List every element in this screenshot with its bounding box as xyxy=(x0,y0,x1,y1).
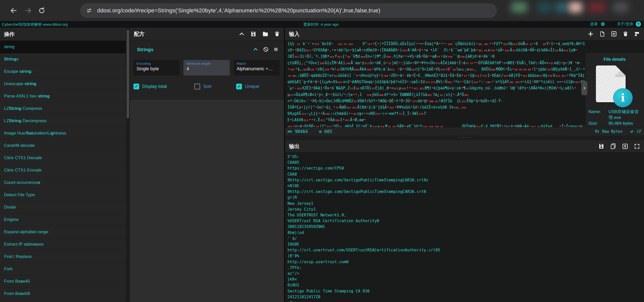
operation-checkboxes: ✓Display totalSort✓Unique xyxy=(133,80,280,96)
site-settings-icon[interactable] xyxy=(86,8,92,14)
operation-list-item[interactable]: Unescape string xyxy=(0,78,126,90)
open-file-icon[interactable] xyxy=(599,31,605,37)
browser-extensions-blurred xyxy=(499,0,644,15)
operation-list-item[interactable]: Strings xyxy=(0,53,126,65)
io-splitter-handle[interactable]: ········ xyxy=(285,136,644,140)
operation-list-item[interactable]: From Base58 xyxy=(0,288,126,300)
file-name-value: USB存储设备管理.exe xyxy=(609,109,642,120)
save-output-icon[interactable] xyxy=(598,143,604,149)
output-header: 输出 xyxy=(289,143,300,150)
operations-sidebar: 操作 StringsEscape stringUnescape stringPa… xyxy=(0,28,126,302)
file-size-label: Size: xyxy=(588,120,609,126)
operations-scrollbar[interactable] xyxy=(126,28,130,302)
char-count-icon: ABC xyxy=(288,130,293,133)
file-details-title: File details xyxy=(585,57,644,62)
operation-list-item[interactable]: Parse ASN.1 hex string xyxy=(0,90,126,103)
operation-title: Strings xyxy=(137,47,153,52)
operation-list-item[interactable]: From Base45 xyxy=(0,275,126,288)
operations-header: 操作 xyxy=(0,28,126,41)
operation-list-item[interactable]: Divide xyxy=(0,201,126,214)
operation-list-item[interactable]: Escape string xyxy=(0,65,126,78)
operation-list-item[interactable]: Expand alphabet range xyxy=(0,226,126,238)
clear-recipe-trash-icon[interactable] xyxy=(274,31,280,37)
operation-list-item[interactable]: Caret/M-decode xyxy=(0,140,126,152)
operation-list-item[interactable]: Extract IP addresses xyxy=(0,238,126,251)
operation-list-item[interactable]: Fork xyxy=(0,263,126,275)
operation-list-item[interactable]: LZString Decompress xyxy=(0,115,126,127)
operation-list-item[interactable]: Enigma xyxy=(0,214,126,226)
argument-minimum-length[interactable]: Minimum length4 xyxy=(184,60,230,76)
layout-toggle-icon[interactable] xyxy=(634,31,640,37)
recipe-header: 配方 xyxy=(134,30,145,38)
input-panel: 输入 {¼½ FS k¯•`+ETX`ãvîß• xyxy=(285,28,644,136)
line-count-icon: ≡ xyxy=(319,129,322,134)
file-size-row: Size: 90,464 bytes xyxy=(588,120,642,126)
operations-scrollbar-thumb[interactable] xyxy=(127,30,129,118)
raw-bytes-toggle[interactable]: Raw Bytes xyxy=(602,129,623,134)
options-link[interactable]: 选项 xyxy=(590,22,598,26)
browser-address-bar[interactable]: ddosi.org/code/#recipe=Strings('Single%2… xyxy=(80,3,497,18)
line-ending-icon[interactable] xyxy=(629,129,634,134)
recipe-operation-strings[interactable]: Strings EncodingSingle byteMinimum lengt… xyxy=(130,40,284,100)
operations-search-input[interactable] xyxy=(0,44,126,49)
breakpoint-pause-icon[interactable] xyxy=(273,47,278,52)
char-count-value: 90464 xyxy=(295,129,308,134)
operation-list-item[interactable]: Citrix CTX1 Encode xyxy=(0,164,126,177)
save-recipe-icon[interactable] xyxy=(250,31,257,37)
file-icon: i xyxy=(596,65,626,102)
replace-input-with-output-icon[interactable] xyxy=(622,143,628,150)
file-name-row: Name: USB存储设备管理.exe xyxy=(588,109,642,120)
cyberchef-app: ddosi.org/code/#recipe=Strings('Single%2… xyxy=(0,0,644,302)
operation-arguments: EncodingSingle byteMinimum length4MatchA… xyxy=(133,60,280,76)
recipe-panel: 配方 Strings xyxy=(130,28,284,302)
browser-chrome: ddosi.org/code/#recipe=Strings('Single%2… xyxy=(0,0,644,21)
operation-list-item[interactable]: Count occurrences xyxy=(0,177,126,189)
operation-list-item[interactable]: Find / Replace xyxy=(0,251,126,263)
file-size-value: 90,464 bytes xyxy=(609,120,642,126)
browser-forward-icon[interactable] xyxy=(24,7,32,15)
checkbox-display-total[interactable]: ✓Display total xyxy=(133,84,167,89)
about-support-link[interactable]: 关于/支持 xyxy=(617,22,633,26)
open-folder-icon[interactable] xyxy=(611,31,617,37)
help-icon[interactable]: ? xyxy=(636,21,641,27)
maximize-output-icon[interactable] xyxy=(634,143,640,149)
line-count-value: 605 xyxy=(324,129,332,134)
operation-list-item[interactable]: Citrix CTX1 Decode xyxy=(0,152,126,164)
copy-output-icon[interactable] xyxy=(610,143,616,149)
file-info-icon: i xyxy=(613,88,633,107)
gear-icon[interactable] xyxy=(600,21,605,27)
checkbox-unique[interactable]: ✓Unique xyxy=(236,84,259,89)
file-details-panel: File details i Name: USB存储设备管理.exe Size:… xyxy=(585,53,644,140)
checkbox-sort[interactable]: Sort xyxy=(194,84,211,89)
browser-refresh-icon[interactable] xyxy=(38,7,46,15)
argument-encoding[interactable]: EncodingSingle byte xyxy=(133,60,180,76)
load-recipe-folder-icon[interactable] xyxy=(262,31,269,37)
input-header: 输入 xyxy=(289,30,300,38)
raw-bytes-icon[interactable]: Tт xyxy=(595,129,599,134)
url-text: ddosi.org/code/#recipe=Strings('Single%2… xyxy=(97,7,380,14)
file-details-collapse-handle[interactable] xyxy=(581,81,587,95)
browser-back-icon[interactable] xyxy=(10,7,18,15)
output-panel: 输出 5"d5:C0A05https://sectigo.com/CPS0C0A… xyxy=(285,140,644,302)
operation-list-item[interactable]: Image Hue/Saturation/Lightness xyxy=(0,127,126,140)
file-name-label: Name: xyxy=(588,109,609,120)
line-ending-toggle[interactable]: LF xyxy=(637,129,641,134)
operation-list-item[interactable]: Detect File Type xyxy=(0,189,126,201)
input-footer: ABC 90464 ≡ 605 Tт Raw Bytes LF xyxy=(285,127,644,136)
update-time-label: 更新时间: A year ago xyxy=(303,22,339,27)
output-textarea[interactable]: 5"d5:C0A05https://sectigo.com/CPS0C0A09h… xyxy=(285,153,644,302)
add-input-icon[interactable] xyxy=(588,31,594,37)
collapse-operation-icon[interactable] xyxy=(253,47,258,52)
operations-list: StringsEscape stringUnescape stringParse… xyxy=(0,53,126,300)
operations-search-row[interactable] xyxy=(0,41,126,53)
disable-operation-icon[interactable] xyxy=(263,46,269,52)
operation-list-item[interactable]: LZString Compress xyxy=(0,103,126,115)
splitter-dots: ········ xyxy=(457,136,472,138)
site-title-link[interactable]: Cyberchef在线加密解密-www.ddosi.org xyxy=(2,22,68,27)
input-textarea[interactable]: {¼½ FS k¯•`+ETX`ãvîß• DLE FF ACK X^STX•Ç… xyxy=(285,40,585,127)
app-topbar: Cyberchef在线加密解密-www.ddosi.org 更新时间: A ye… xyxy=(0,21,644,28)
clear-io-trash-icon[interactable] xyxy=(623,31,628,37)
argument-match[interactable]: MatchAlphanumeric +… xyxy=(234,60,280,76)
collapse-recipe-icon[interactable] xyxy=(239,31,245,37)
